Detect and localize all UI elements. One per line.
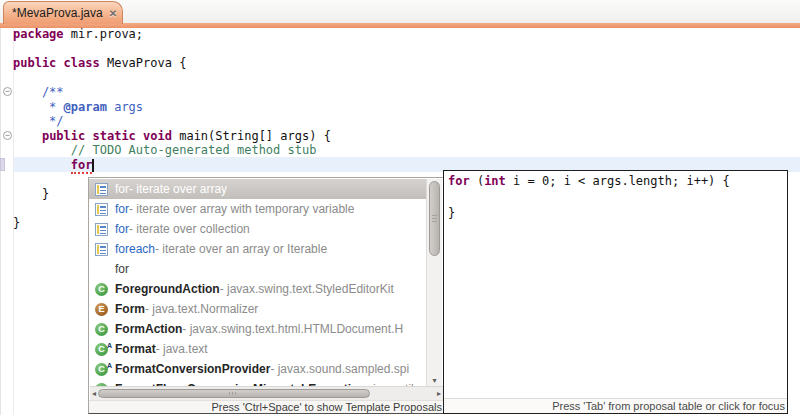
proposal-description: - iterate over array with temporary vari…: [129, 202, 354, 216]
code-line[interactable]: for (int i = 0; i < args.length; i++) {: [448, 173, 730, 189]
proposal-description: - iterate over collection: [129, 222, 250, 236]
code-line[interactable]: for: [13, 158, 331, 173]
code-segment: MevaProva {: [100, 56, 187, 70]
code-line[interactable]: public class MevaProva {: [13, 56, 331, 71]
code-line[interactable]: public static void main(String[] args) {: [13, 129, 331, 144]
proposal-name: for: [115, 222, 129, 236]
proposal-name: for: [115, 202, 129, 216]
proposal-description: - java.text.Normalizer: [145, 302, 258, 316]
proposal-description: - javax.sound.sampled.spi: [270, 362, 409, 376]
template-icon: [95, 243, 108, 256]
proposal-horizontal-scrollbar[interactable]: ◂ ▸: [90, 386, 443, 400]
proposal-name: FormAction: [115, 322, 182, 336]
editor-left-edge: [0, 28, 1, 415]
content-assist-popup: for - iterate over arrayfor - iterate ov…: [88, 177, 444, 414]
proposal-name: foreach: [115, 242, 155, 256]
scroll-left-arrow-icon[interactable]: ◂: [92, 387, 96, 400]
code-segment: for: [71, 158, 93, 174]
class-icon: C: [95, 283, 108, 296]
scroll-down-arrow-icon[interactable]: ▾: [427, 376, 442, 386]
proposal-row[interactable]: EForm - java.text.Normalizer: [89, 299, 427, 319]
proposal-name: for: [115, 262, 129, 276]
proposal-vertical-scrollbar[interactable]: ▾: [426, 179, 442, 386]
template-icon: [95, 223, 108, 236]
code-line[interactable]: */: [13, 114, 331, 129]
horizontal-scrollbar-thumb[interactable]: [98, 389, 370, 398]
proposal-row[interactable]: CAFormatConversionProvider - javax.sound…: [89, 359, 427, 379]
class-icon: C: [95, 323, 108, 336]
code-segment: }: [13, 187, 49, 201]
proposal-row[interactable]: CForegroundAction - javax.swing.text.Sty…: [89, 279, 427, 299]
code-segment: i = 0; i < args.length; i++) {: [506, 174, 730, 188]
template-icon: [95, 203, 108, 216]
preview-code-area: for (int i = 0; i < args.length; i++) {}: [448, 173, 730, 221]
proposal-name: ForegroundAction: [115, 282, 220, 296]
scroll-right-arrow-icon[interactable]: ▸: [437, 387, 441, 400]
code-segment: mir.prova;: [64, 27, 143, 41]
fold-collapse-icon[interactable]: −: [3, 87, 12, 96]
code-line[interactable]: * @param args: [13, 100, 331, 115]
code-line[interactable]: [13, 71, 331, 86]
annotation-marker: [0, 158, 5, 171]
code-line[interactable]: // TODO Auto-generated method stub: [13, 143, 331, 158]
code-line[interactable]: }: [448, 205, 730, 221]
code-segment: */: [13, 114, 64, 128]
close-icon[interactable]: ✕: [109, 8, 117, 19]
proposal-name: for: [115, 182, 129, 196]
proposal-name: Format: [115, 342, 156, 356]
proposal-row[interactable]: foreach - iterate over an array or Itera…: [89, 239, 427, 259]
code-segment: (: [470, 174, 484, 188]
abstract-badge: A: [107, 339, 112, 352]
proposal-description: - java.text: [156, 342, 208, 356]
proposal-row[interactable]: CFormAction - javax.swing.text.html.HTML…: [89, 319, 427, 339]
code-segment: package: [13, 27, 64, 41]
enum-icon: E: [95, 303, 108, 316]
code-segment: public: [13, 56, 56, 70]
code-segment: main(String[] args) {: [172, 129, 331, 143]
proposal-description: - iterate over array: [129, 182, 227, 196]
tab-title: *MevaProva.java: [12, 6, 103, 20]
proposal-row[interactable]: CAFormat - java.text: [89, 339, 427, 359]
proposal-preview-popup: for (int i = 0; i < args.length; i++) {}…: [443, 170, 788, 414]
code-line[interactable]: [448, 189, 730, 205]
text-cursor: [92, 159, 94, 172]
eclipse-editor-window: *MevaProva.java ✕ − − package mir.prova;…: [0, 0, 800, 415]
fold-collapse-icon[interactable]: −: [3, 131, 12, 140]
template-icon: [95, 183, 108, 196]
code-segment: *: [13, 100, 64, 114]
proposal-row[interactable]: for - iterate over collection: [89, 219, 427, 239]
editor-tab-bar: *MevaProva.java ✕: [0, 0, 800, 28]
proposal-description: - javax.swing.text.StyledEditorKit: [220, 282, 394, 296]
proposal-name: Form: [115, 302, 145, 316]
code-segment: }: [13, 216, 20, 230]
code-line[interactable]: [13, 42, 331, 57]
code-segment: [13, 143, 71, 157]
code-segment: [13, 158, 71, 172]
code-segment: [56, 56, 63, 70]
proposal-row[interactable]: for - iterate over array: [89, 179, 427, 199]
code-segment: args: [107, 100, 143, 114]
code-segment: public static void: [42, 129, 172, 143]
proposal-name: FormatConversionProvider: [115, 362, 270, 376]
preview-status-message: Press 'Tab' from proposal table or click…: [444, 398, 787, 413]
code-segment: [13, 129, 42, 143]
proposal-row[interactable]: for - iterate over array with temporary …: [89, 199, 427, 219]
code-segment: for: [448, 174, 470, 188]
proposal-status-message: Press 'Ctrl+Space' to show Template Prop…: [89, 400, 443, 413]
code-segment: }: [448, 206, 455, 220]
code-line[interactable]: /**: [13, 85, 331, 100]
code-segment: int: [484, 174, 506, 188]
tab-mevaprova-java[interactable]: *MevaProva.java ✕: [3, 1, 123, 24]
code-line[interactable]: package mir.prova;: [13, 27, 331, 42]
code-segment: @param: [64, 100, 107, 114]
proposal-description: - javax.swing.text.html.HTMLDocument.H: [182, 322, 403, 336]
proposal-list: for - iterate over arrayfor - iterate ov…: [89, 179, 427, 386]
vertical-scrollbar-thumb[interactable]: [429, 181, 440, 256]
abstract-badge: A: [107, 359, 112, 372]
class-abstract-icon: CA: [95, 363, 108, 376]
proposal-row[interactable]: CFormatFlagsConversionMismatchException …: [89, 379, 427, 386]
code-segment: class: [64, 56, 100, 70]
code-segment: /**: [13, 85, 64, 99]
code-segment: // TODO Auto-generated method stub: [71, 143, 317, 157]
proposal-row[interactable]: for: [89, 259, 427, 279]
